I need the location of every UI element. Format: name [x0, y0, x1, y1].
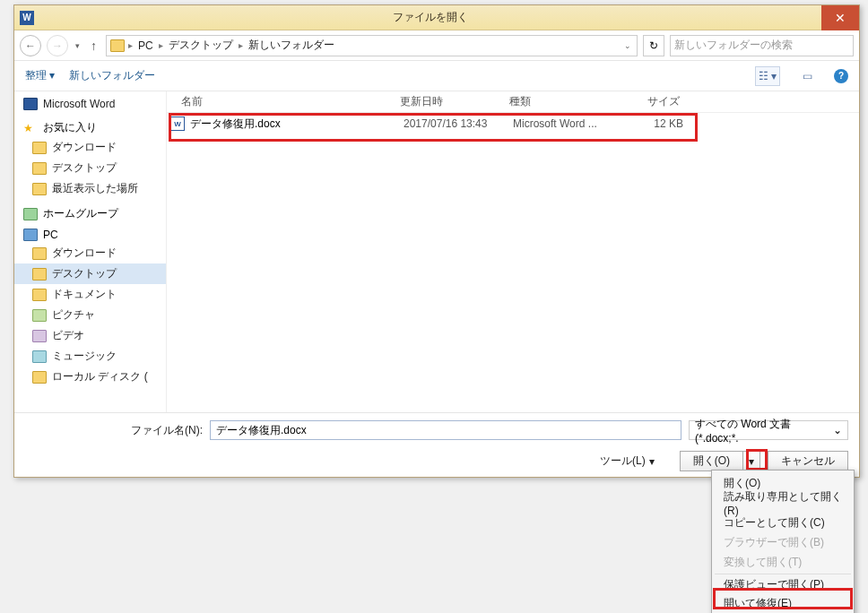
- addr-dropdown-icon[interactable]: ⌄: [622, 41, 633, 50]
- nav-label: ミュージック: [52, 349, 117, 364]
- crumb-folder[interactable]: 新しいフォルダー: [247, 38, 336, 53]
- dd-browser: ブラウザーで開く(B): [715, 532, 851, 552]
- nav-fav-recent[interactable]: 最近表示した場所: [14, 178, 166, 199]
- preview-pane-button[interactable]: ▭: [794, 66, 820, 86]
- forward-button[interactable]: →: [47, 35, 68, 56]
- col-size[interactable]: サイズ: [615, 94, 687, 109]
- folder-icon: [32, 289, 47, 301]
- open-splitbutton: 開く(O) ▾: [680, 451, 760, 471]
- nav-pane: Microsoft Word ★お気に入り ダウンロード デスクトップ 最近表示…: [14, 91, 167, 412]
- help-icon[interactable]: ?: [834, 69, 848, 83]
- button-row: ツール(L)▾ 開く(O) ▾ キャンセル: [25, 451, 848, 471]
- docx-icon: W: [170, 117, 185, 131]
- nav-pc-documents[interactable]: ドキュメント: [14, 284, 166, 305]
- word-icon: [23, 98, 38, 110]
- file-type: Microsoft Word ...: [513, 117, 619, 130]
- breadcrumb-sep-icon: ▸: [237, 40, 245, 50]
- breadcrumb-sep-icon: ▸: [126, 40, 135, 50]
- nav-label: ビデオ: [52, 328, 84, 343]
- homegroup-icon: [23, 208, 38, 220]
- dd-protected[interactable]: 保護ビューで開く(P): [715, 574, 851, 593]
- dialog-title: ファイルを開く: [39, 10, 821, 25]
- file-size: 12 KB: [619, 117, 690, 130]
- videos-icon: [32, 330, 47, 342]
- open-dropdown-arrow[interactable]: ▾: [742, 451, 760, 471]
- folder-icon: [32, 268, 47, 281]
- dd-repair[interactable]: 開いて修復(E): [715, 593, 851, 613]
- nav-label: デスクトップ: [52, 160, 117, 176]
- nav-pc-videos[interactable]: ビデオ: [14, 325, 166, 346]
- dd-readonly[interactable]: 読み取り専用として開く(R): [715, 493, 851, 513]
- nav-pc-downloads[interactable]: ダウンロード: [14, 243, 166, 263]
- back-button[interactable]: ←: [20, 35, 41, 56]
- folder-icon: [32, 162, 47, 175]
- search-input[interactable]: 新しいフォルダーの検索: [670, 35, 854, 56]
- nav-label: PC: [43, 229, 58, 241]
- nav-label: デスクトップ: [52, 266, 117, 281]
- folder-icon: [32, 183, 47, 195]
- open-file-dialog: W ファイルを開く ✕ ← → ▾ ↑ ▸ PC ▸ デスクトップ ▸ 新しいフ…: [13, 4, 860, 478]
- nav-label: 最近表示した場所: [52, 181, 138, 196]
- nav-pc[interactable]: PC: [23, 229, 166, 241]
- word-icon: W: [20, 11, 34, 25]
- open-button[interactable]: 開く(O): [680, 451, 742, 471]
- filename-input[interactable]: [210, 420, 681, 440]
- nav-label: ピクチャ: [52, 307, 95, 323]
- nav-label: ローカル ディスク (: [52, 369, 148, 384]
- nav-label: お気に入り: [43, 120, 97, 135]
- col-name[interactable]: 名前: [167, 94, 400, 109]
- cancel-button[interactable]: キャンセル: [768, 451, 848, 471]
- chevron-down-icon: ▾: [649, 455, 655, 468]
- nav-label: ダウンロード: [52, 246, 117, 261]
- address-bar[interactable]: ▸ PC ▸ デスクトップ ▸ 新しいフォルダー ⌄: [106, 35, 638, 56]
- col-type[interactable]: 種類: [509, 94, 615, 109]
- column-headers: 名前 更新日時 種類 サイズ: [167, 91, 859, 113]
- open-mode-dropdown: 開く(O) 読み取り専用として開く(R) コピーとして開く(C) ブラウザーで開…: [711, 470, 855, 613]
- nav-label: Microsoft Word: [43, 98, 115, 110]
- pc-icon: [23, 229, 38, 241]
- nav-label: ホームグループ: [43, 206, 118, 221]
- up-button[interactable]: ↑: [87, 39, 100, 53]
- breadcrumb-sep-icon: ▸: [157, 40, 165, 50]
- nav-word[interactable]: Microsoft Word: [14, 95, 166, 113]
- nav-pc-desktop[interactable]: デスクトップ: [14, 263, 166, 284]
- nav-row: ← → ▾ ↑ ▸ PC ▸ デスクトップ ▸ 新しいフォルダー ⌄ ↻ 新しい…: [14, 30, 859, 61]
- folder-icon: [110, 39, 125, 52]
- filename-row: ファイル名(N): すべての Word 文書 (*.docx;*. ⌄: [25, 420, 848, 440]
- pictures-icon: [32, 309, 47, 322]
- view-button[interactable]: ☷ ▾: [755, 66, 780, 86]
- filetype-filter[interactable]: すべての Word 文書 (*.docx;*. ⌄: [689, 420, 848, 440]
- folder-icon: [32, 142, 47, 154]
- disk-icon: [32, 371, 47, 384]
- tools-menu[interactable]: ツール(L)▾: [600, 453, 655, 469]
- dialog-body: Microsoft Word ★お気に入り ダウンロード デスクトップ 最近表示…: [14, 91, 859, 412]
- star-icon: ★: [23, 122, 38, 134]
- crumb-pc[interactable]: PC: [136, 39, 155, 52]
- close-button[interactable]: ✕: [821, 5, 859, 30]
- newfolder-button[interactable]: 新しいフォルダー: [69, 68, 155, 83]
- folder-icon: [32, 247, 47, 260]
- nav-homegroup[interactable]: ホームグループ: [23, 206, 166, 221]
- nav-fav-desktop[interactable]: デスクトップ: [14, 158, 166, 178]
- nav-favorites[interactable]: ★お気に入り: [23, 120, 166, 135]
- titlebar: W ファイルを開く ✕: [14, 5, 859, 30]
- file-list: 名前 更新日時 種類 サイズ W データ修復用.docx 2017/07/16 …: [167, 91, 859, 412]
- refresh-button[interactable]: ↻: [643, 35, 664, 56]
- nav-label: ドキュメント: [52, 287, 117, 302]
- organize-menu[interactable]: 整理 ▾: [25, 68, 55, 83]
- nav-fav-downloads[interactable]: ダウンロード: [14, 137, 166, 158]
- file-row[interactable]: W データ修復用.docx 2017/07/16 13:43 Microsoft…: [167, 113, 859, 134]
- nav-label: ダウンロード: [52, 140, 117, 155]
- file-date: 2017/07/16 13:43: [404, 117, 513, 130]
- music-icon: [32, 350, 47, 363]
- nav-pc-localdisk[interactable]: ローカル ディスク (: [14, 367, 166, 387]
- nav-pc-pictures[interactable]: ピクチャ: [14, 305, 166, 325]
- file-name: データ修復用.docx: [190, 117, 404, 132]
- col-date[interactable]: 更新日時: [400, 94, 509, 109]
- history-dropdown-icon[interactable]: ▾: [74, 41, 82, 50]
- crumb-desktop[interactable]: デスクトップ: [167, 38, 235, 53]
- toolbar: 整理 ▾ 新しいフォルダー ☷ ▾ ▭ ?: [14, 61, 859, 91]
- filename-label: ファイル名(N):: [131, 423, 203, 438]
- chevron-down-icon: ⌄: [833, 424, 842, 436]
- nav-pc-music[interactable]: ミュージック: [14, 346, 166, 367]
